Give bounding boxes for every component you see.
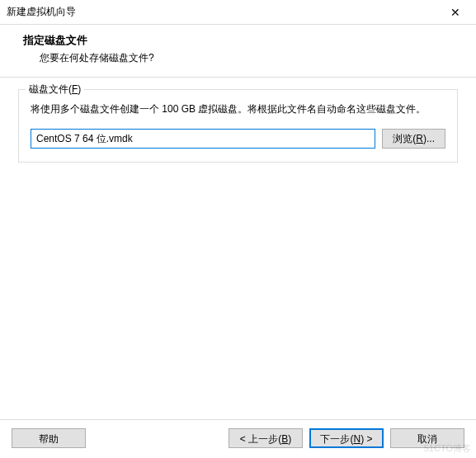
groupbox-label: 磁盘文件(F)	[26, 83, 84, 97]
titlebar: 新建虚拟机向导 ✕	[0, 0, 476, 25]
disk-file-input[interactable]	[31, 129, 375, 149]
footer-nav-buttons: < 上一步(B) 下一步(N) > 取消	[229, 428, 464, 448]
help-button[interactable]: 帮助	[12, 428, 86, 448]
wizard-header: 指定磁盘文件 您要在何处存储磁盘文件?	[0, 25, 476, 77]
page-title: 指定磁盘文件	[23, 33, 463, 48]
file-input-row: 浏览(R)...	[31, 129, 445, 149]
content-area: 磁盘文件(F) 将使用多个磁盘文件创建一个 100 GB 虚拟磁盘。将根据此文件…	[0, 78, 476, 163]
wizard-footer: 帮助 < 上一步(B) 下一步(N) > 取消	[0, 419, 476, 458]
disk-file-groupbox: 磁盘文件(F) 将使用多个磁盘文件创建一个 100 GB 虚拟磁盘。将根据此文件…	[18, 89, 458, 163]
browse-button[interactable]: 浏览(R)...	[382, 129, 445, 149]
cancel-button[interactable]: 取消	[390, 428, 464, 448]
close-icon[interactable]: ✕	[443, 6, 468, 19]
page-subtitle: 您要在何处存储磁盘文件?	[40, 51, 463, 65]
back-button[interactable]: < 上一步(B)	[229, 428, 303, 448]
next-button[interactable]: 下一步(N) >	[309, 428, 384, 448]
window-title: 新建虚拟机向导	[7, 5, 76, 19]
groupbox-description: 将使用多个磁盘文件创建一个 100 GB 虚拟磁盘。将根据此文件名自动命名这些磁…	[31, 102, 445, 117]
